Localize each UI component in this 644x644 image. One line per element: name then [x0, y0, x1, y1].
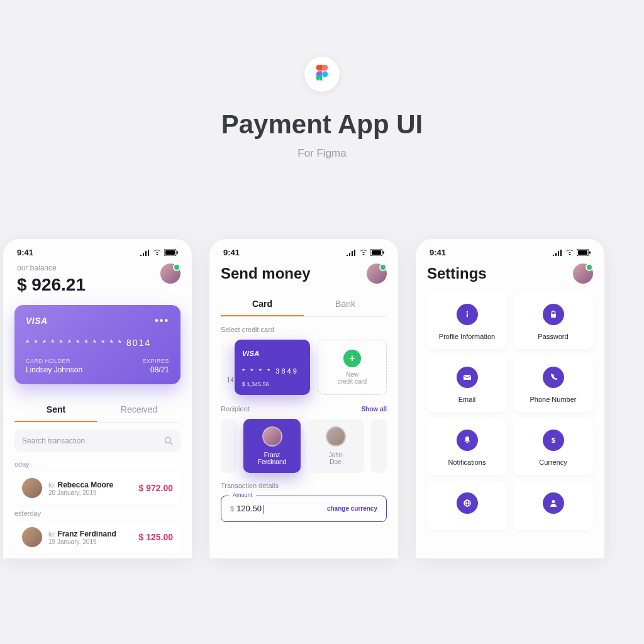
svg-point-12: [466, 311, 467, 313]
status-icons: [347, 249, 384, 256]
svg-rect-14: [551, 314, 556, 318]
select-card-label: Select credit card: [221, 326, 387, 333]
transaction-item[interactable]: to: Franz Ferdinand 19 January, 2019 $ 1…: [14, 521, 180, 553]
avatar[interactable]: [160, 264, 180, 284]
card-brand: VISA: [26, 316, 48, 326]
avatar[interactable]: [573, 264, 593, 284]
card-brand: VISA: [242, 350, 260, 357]
plus-icon: +: [343, 350, 361, 367]
tab-received[interactable]: Received: [97, 398, 180, 422]
search-placeholder: Search transaction: [22, 436, 85, 445]
holder-label: CARD HOLDER: [26, 358, 82, 364]
svg-rect-3: [177, 252, 178, 254]
amount-input[interactable]: Amount $120.50 change currency: [221, 496, 387, 522]
send-tabs: Card Bank: [221, 292, 387, 317]
tx-avatar: [22, 527, 42, 547]
wifi-icon: [359, 250, 368, 256]
tx-details-label: Transaction details: [221, 482, 387, 489]
next-card-peek[interactable]: [175, 309, 189, 380]
setting-language[interactable]: [427, 481, 507, 530]
tx-amount: $ 972.00: [139, 483, 174, 493]
setting-label: Password: [519, 333, 587, 340]
prev-recipient-peek[interactable]: [221, 419, 237, 473]
card-balance: $ 1,345.56: [242, 381, 303, 387]
svg-line-5: [170, 443, 173, 445]
add-card-line1: New: [346, 371, 358, 378]
screen-title: Settings: [427, 265, 487, 282]
setting-password[interactable]: Password: [513, 292, 593, 349]
add-card-line2: credit card: [338, 378, 367, 385]
tx-date: 20 January, 2019: [48, 489, 113, 496]
card-more-icon[interactable]: •••: [155, 315, 169, 326]
card-number: * * * * 3849: [242, 367, 303, 375]
setting-label: Phone Number: [519, 396, 587, 403]
recipient-item[interactable]: John Doe: [307, 419, 364, 473]
status-time: 9:41: [430, 248, 446, 257]
group-yesterday: esterday: [14, 509, 180, 517]
search-icon: [164, 436, 173, 445]
setting-profile[interactable]: Profile Information: [427, 292, 507, 349]
svg-rect-10: [578, 250, 587, 255]
tab-sent[interactable]: Sent: [14, 398, 97, 422]
screen-balance: 9:41 our balance $ 926.21 VISA ••• * * *…: [3, 239, 192, 558]
page-header: Payment App UI For Figma: [0, 0, 644, 160]
recipient-avatar: [262, 426, 282, 447]
figma-icon: [315, 65, 329, 84]
phone-icon: [543, 367, 564, 388]
status-icons: [553, 249, 591, 256]
status-bar: 9:41: [3, 239, 192, 264]
change-currency-button[interactable]: change currency: [327, 505, 377, 512]
info-icon: [457, 304, 478, 325]
recipient-selected[interactable]: Franz Ferdinand: [243, 419, 301, 473]
svg-rect-7: [372, 250, 381, 255]
figma-logo-badge: [304, 57, 340, 92]
recipient-first: Franz: [248, 452, 296, 458]
recipient-first: John: [312, 452, 359, 458]
status-icons: [140, 249, 178, 256]
search-input[interactable]: Search transaction: [14, 430, 180, 452]
wifi-icon: [153, 250, 162, 256]
next-recipient-peek[interactable]: [370, 419, 387, 473]
balance-label: our balance: [17, 264, 86, 272]
setting-label: Email: [433, 396, 501, 403]
tx-avatar: [22, 478, 42, 498]
credit-card[interactable]: VISA ••• * * * * * * * * * * * * 8014 CA…: [14, 305, 180, 384]
group-today: oday: [14, 460, 180, 468]
tx-amount: $ 125.00: [139, 532, 174, 542]
tab-card[interactable]: Card: [221, 292, 304, 316]
show-all-button[interactable]: Show all: [361, 406, 387, 413]
tx-name: Franz Ferdinand: [57, 530, 116, 538]
page-title: Payment App UI: [0, 109, 644, 140]
setting-account[interactable]: [513, 481, 593, 530]
mail-icon: [457, 367, 478, 388]
setting-label: Notifications: [433, 458, 501, 466]
setting-label: Profile Information: [433, 333, 501, 340]
signal-icon: [553, 250, 563, 256]
status-bar: 9:41: [209, 239, 398, 264]
globe-icon: [457, 492, 478, 514]
transaction-item[interactable]: to: Rebecca Moore 20 January, 2019 $ 972…: [14, 472, 180, 504]
tab-bank[interactable]: Bank: [304, 292, 387, 316]
setting-label: Currency: [519, 458, 587, 466]
wifi-icon: [565, 250, 574, 256]
settings-grid: Profile Information Password Email Phone…: [427, 292, 593, 530]
setting-phone[interactable]: Phone Number: [513, 355, 593, 412]
add-card-button[interactable]: + Newcredit card: [318, 340, 387, 395]
tx-to-prefix: to:: [48, 482, 55, 489]
text-cursor: [263, 505, 264, 514]
tx-date: 19 January, 2019: [48, 538, 116, 545]
avatar[interactable]: [367, 264, 387, 284]
status-time: 9:41: [17, 248, 33, 257]
expires-value: 08/21: [142, 365, 169, 374]
setting-email[interactable]: Email: [427, 355, 507, 412]
user-icon: [543, 492, 564, 514]
expires-label: EXPIRES: [142, 358, 169, 364]
setting-currency[interactable]: $ Currency: [513, 418, 593, 475]
svg-point-20: [552, 500, 555, 503]
selected-card[interactable]: VISA * * * * 3849 $ 1,345.56: [235, 340, 310, 395]
battery-icon: [370, 249, 384, 256]
setting-notifications[interactable]: Notifications: [427, 418, 507, 475]
dollar-icon: $: [543, 430, 564, 451]
amount-value: 120.50: [236, 504, 262, 513]
signal-icon: [347, 250, 357, 256]
